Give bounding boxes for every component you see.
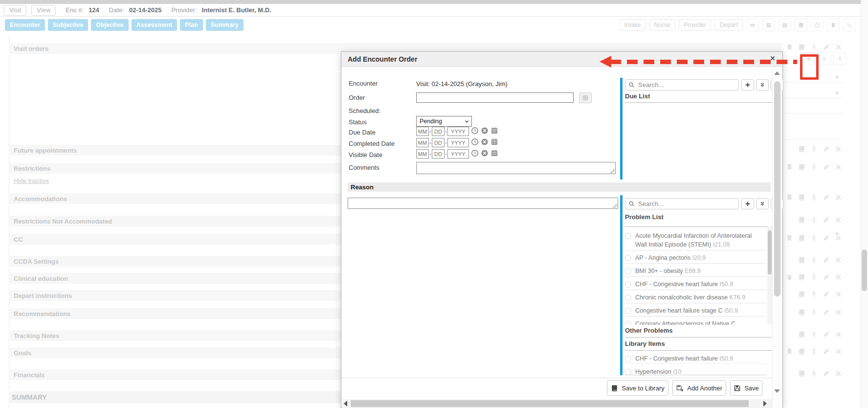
problem-item[interactable]: BMI 30+ - obesity E66.9 [625, 264, 767, 277]
tab-assessment[interactable]: Assessment [132, 19, 178, 31]
section-row-actions[interactable] [798, 216, 842, 224]
visible-date-mm-input[interactable] [416, 149, 429, 159]
section-row-actions[interactable] [798, 256, 842, 264]
order-input[interactable] [416, 92, 574, 103]
section-row-actions[interactable] [798, 145, 842, 153]
expand-problem-list-button[interactable] [756, 198, 769, 209]
tab-summary[interactable]: Summary [206, 19, 244, 31]
browser-scrollbar[interactable] [861, 0, 868, 408]
dialog-vertical-scrollbar-thumb[interactable] [774, 81, 780, 296]
completed-date-dd-input[interactable] [432, 138, 445, 147]
copy-button[interactable] [811, 19, 823, 31]
dialog-title-bar[interactable]: Add Encounter Order [341, 52, 782, 67]
bookmark-button[interactable] [827, 19, 840, 31]
gears-button[interactable] [843, 19, 856, 31]
due-list-search[interactable] [625, 79, 739, 91]
collapse-triangle-icon[interactable] [834, 89, 840, 95]
save-button[interactable]: Save [730, 380, 762, 396]
expand-due-list-button[interactable] [756, 79, 769, 91]
time-button[interactable] [471, 138, 479, 147]
provider-button[interactable]: Provider [679, 19, 712, 31]
due-list-search-input[interactable] [637, 81, 735, 89]
tab-plan[interactable]: Plan [180, 19, 202, 31]
due-date-yyyy-input[interactable] [447, 127, 469, 136]
calendar-button[interactable] [490, 138, 498, 147]
radio-button[interactable] [625, 369, 631, 375]
add-due-item-button[interactable] [741, 79, 754, 91]
dialog-horizontal-scrollbar[interactable] [342, 399, 772, 408]
calendar-check-button[interactable] [779, 19, 791, 31]
problem-item-clipped[interactable]: Coronary Atherosclerosis of Native C [625, 317, 767, 325]
problem-search[interactable] [625, 198, 739, 209]
expand-all-button[interactable] [818, 52, 831, 65]
nurse-button[interactable]: Nurse [649, 19, 675, 31]
library-item[interactable]: Hypertension I10 [625, 364, 767, 375]
add-problem-button[interactable] [741, 198, 754, 209]
browser-scrollbar-thumb[interactable] [862, 249, 867, 291]
section-row-actions[interactable] [786, 234, 842, 242]
section-row-actions[interactable] [798, 309, 842, 316]
intake-button[interactable]: Intake [620, 19, 646, 31]
problem-item[interactable]: Chronic nonalcoholic liver disease K76.9 [625, 290, 767, 303]
radio-button[interactable] [625, 233, 631, 239]
save-to-library-button[interactable]: Save to Library [607, 380, 668, 396]
section-row-actions[interactable] [798, 291, 842, 298]
radio-button[interactable] [625, 281, 631, 288]
depart-button[interactable]: Depart [714, 19, 743, 31]
tab-objective[interactable]: Objective [91, 19, 128, 31]
clear-date-button[interactable] [481, 149, 489, 159]
radio-button[interactable] [625, 268, 631, 274]
comments-textarea[interactable] [416, 162, 616, 174]
order-lookup-button[interactable] [579, 92, 592, 103]
collapse-triangle-icon[interactable] [834, 73, 840, 80]
visible-date-dd-input[interactable] [432, 149, 445, 159]
section-row-actions[interactable] [798, 370, 842, 377]
section-row-actions[interactable] [786, 194, 842, 201]
section-row-actions[interactable] [786, 163, 842, 171]
eye-button[interactable] [746, 19, 759, 31]
completed-date-mm-input[interactable] [416, 138, 429, 147]
section-row-actions[interactable] [798, 331, 842, 338]
section-row-actions[interactable] [786, 348, 842, 355]
tab-encounter[interactable]: Encounter [5, 19, 45, 31]
time-button[interactable] [471, 149, 479, 159]
radio-button[interactable] [625, 295, 631, 301]
time-button[interactable] [471, 127, 479, 136]
visit-orders-actions[interactable] [786, 44, 842, 51]
due-date-mm-input[interactable] [416, 127, 429, 136]
add-another-button[interactable]: Add Another [672, 380, 726, 396]
clear-date-button[interactable] [481, 138, 489, 147]
radio-button[interactable] [625, 321, 631, 325]
problem-list-scrollbar-thumb[interactable] [768, 230, 772, 274]
completed-date-yyyy-input[interactable] [447, 138, 469, 147]
scroll-right-arrow-icon[interactable] [763, 401, 767, 407]
radio-button[interactable] [625, 255, 631, 261]
scroll-left-arrow-icon[interactable] [344, 401, 347, 407]
visit-button[interactable]: Visit [4, 5, 26, 16]
archive-button[interactable] [762, 19, 775, 31]
view-button[interactable]: View [31, 5, 56, 16]
radio-button[interactable] [625, 356, 631, 362]
tab-subjective[interactable]: Subjective [48, 19, 89, 31]
collapse-all-button[interactable] [833, 52, 846, 65]
book-button[interactable] [795, 19, 807, 31]
scroll-up-arrow-icon[interactable] [774, 71, 780, 75]
radio-button[interactable] [625, 308, 631, 314]
hide-inactive-link[interactable]: Hide Inactive [14, 178, 49, 184]
status-select[interactable]: Pending [416, 116, 472, 127]
problem-item[interactable]: Congestive heart failure stage C I50.9 [625, 303, 767, 317]
problem-item[interactable]: CHF - Congestive heart failure I50.9 [625, 277, 767, 290]
problem-item[interactable]: AP - Angina pectoris I20.9 [625, 250, 767, 264]
reason-textarea[interactable] [348, 198, 618, 209]
due-date-dd-input[interactable] [432, 127, 445, 136]
calendar-button[interactable] [490, 127, 498, 136]
scroll-down-arrow-icon[interactable] [774, 389, 780, 393]
section-row-actions[interactable] [786, 273, 842, 281]
resize-handle[interactable] [613, 204, 617, 208]
visible-date-yyyy-input[interactable] [447, 149, 469, 159]
library-item[interactable]: CHF - Congestive heart failure I50.9 [625, 351, 767, 363]
problem-search-input[interactable] [637, 200, 735, 208]
resize-handle[interactable] [610, 169, 615, 173]
clear-date-button[interactable] [481, 127, 489, 136]
calendar-button[interactable] [490, 149, 498, 159]
